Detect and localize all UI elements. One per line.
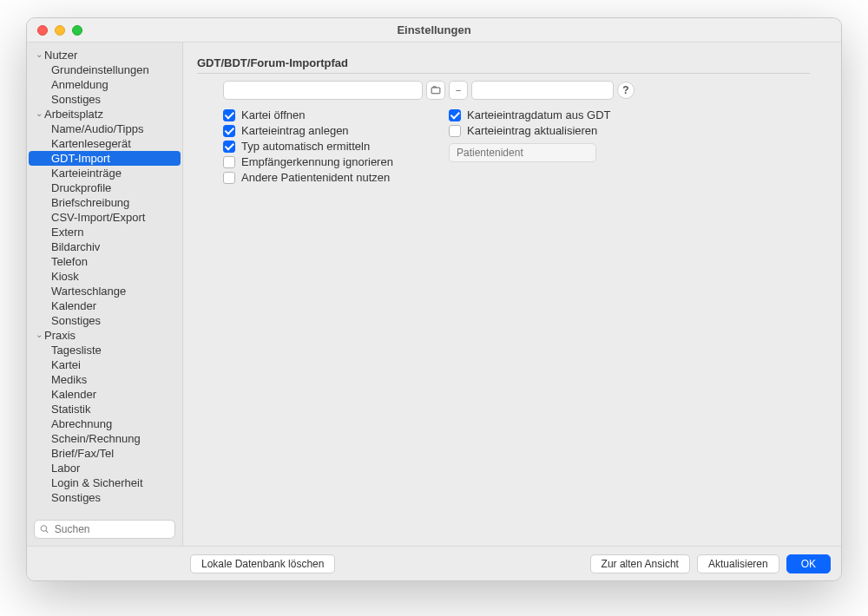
preferences-window: Einstellungen ⌄NutzerGrundeinstellungenA… <box>26 17 842 581</box>
checkbox-row: Empfängerkennung ignorieren <box>223 155 440 168</box>
checkbox-label: Karteieintragdatum aus GDT <box>467 108 610 121</box>
search-icon <box>40 524 49 534</box>
sidebar-group-label: Nutzer <box>44 49 77 62</box>
sidebar-item[interactable]: Kalender <box>27 387 182 402</box>
zoom-icon[interactable] <box>72 25 82 36</box>
checkbox[interactable] <box>223 156 235 168</box>
section-title: GDT/BDT/Forum-Importpfad <box>197 56 810 73</box>
checkbox[interactable] <box>223 109 235 121</box>
minimize-icon[interactable] <box>55 25 65 36</box>
chevron-down-icon: ⌄ <box>36 330 44 339</box>
sidebar-item[interactable]: Sonstiges <box>27 313 182 328</box>
titlebar: Einstellungen <box>27 18 841 43</box>
ok-button[interactable]: OK <box>786 554 831 573</box>
window-controls <box>27 25 82 36</box>
chevron-down-icon: ⌄ <box>36 108 44 118</box>
remove-path-button[interactable]: − <box>449 81 468 100</box>
sidebar-item[interactable]: Sonstiges <box>27 92 182 107</box>
checkbox-label: Karteieintrag anlegen <box>241 124 349 137</box>
sidebar-item[interactable]: Schein/Rechnung <box>27 431 182 446</box>
search-input[interactable] <box>34 520 175 539</box>
sidebar-group-header[interactable]: ⌄Praxis <box>27 328 182 343</box>
checkbox-row: Karteieintrag anlegen <box>223 124 440 137</box>
svg-rect-0 <box>431 88 440 94</box>
sidebar-item[interactable]: CSV-Import/Export <box>27 210 182 225</box>
checkbox[interactable] <box>449 125 461 137</box>
browse-button[interactable] <box>426 81 445 100</box>
sidebar-item[interactable]: Login & Sicherheit <box>27 475 182 490</box>
main-content: GDT/BDT/Forum-Importpfad − ? Kartei öffn… <box>183 43 841 546</box>
window-title: Einstellungen <box>27 23 841 36</box>
sidebar-item[interactable]: Kiosk <box>27 269 182 284</box>
search-field[interactable] <box>53 522 169 536</box>
sidebar: ⌄NutzerGrundeinstellungenAnmeldungSonsti… <box>27 43 183 546</box>
checkbox[interactable] <box>223 172 235 184</box>
sidebar-group-header[interactable]: ⌄Arbeitsplatz <box>27 107 182 121</box>
sidebar-item[interactable]: Anmeldung <box>27 77 182 92</box>
import-path-input[interactable] <box>223 81 423 100</box>
sidebar-item[interactable]: Karteieinträge <box>27 166 182 180</box>
checkbox[interactable] <box>223 141 235 153</box>
checkbox[interactable] <box>449 109 461 121</box>
sidebar-group-header[interactable]: ⌄Nutzer <box>27 48 182 62</box>
sidebar-item[interactable]: Kartei <box>27 357 182 372</box>
patient-ident-input <box>449 143 596 162</box>
old-view-button[interactable]: Zur alten Ansicht <box>590 554 690 573</box>
sidebar-item[interactable]: Grundeinstellungen <box>27 62 182 77</box>
import-path-row: − ? <box>197 81 810 100</box>
checkbox-label: Empfängerkennung ignorieren <box>241 155 393 168</box>
second-path-input[interactable] <box>471 81 614 100</box>
sidebar-item[interactable]: Mediks <box>27 372 182 387</box>
options-right-column: Karteieintragdatum aus GDTKarteieintrag … <box>449 108 666 184</box>
checkbox-label: Karteieintrag aktualisieren <box>467 124 597 137</box>
footer: Lokale Datenbank löschenZur alten Ansich… <box>27 546 841 580</box>
browse-icon <box>431 85 441 95</box>
checkbox-row: Kartei öffnen <box>223 108 440 121</box>
refresh-button[interactable]: Aktualisieren <box>697 554 779 573</box>
sidebar-item[interactable]: Labor <box>27 461 182 475</box>
sidebar-item[interactable]: Name/Audio/Tipps <box>27 121 182 136</box>
checkbox[interactable] <box>223 125 235 137</box>
checkbox-label: Andere Patientenident nutzen <box>241 171 390 184</box>
options-left-column: Kartei öffnenKarteieintrag anlegenTyp au… <box>223 108 440 184</box>
sidebar-item[interactable]: Brief/Fax/Tel <box>27 446 182 461</box>
sidebar-group-label: Praxis <box>44 329 76 342</box>
sidebar-tree: ⌄NutzerGrundeinstellungenAnmeldungSonsti… <box>27 43 182 513</box>
delete-local-db-button[interactable]: Lokale Datenbank löschen <box>190 554 335 573</box>
divider <box>197 73 810 74</box>
checkbox-row: Karteieintragdatum aus GDT <box>449 108 666 121</box>
sidebar-item[interactable]: Telefon <box>27 254 182 269</box>
sidebar-item[interactable]: Warteschlange <box>27 284 182 298</box>
checkbox-row: Typ automatisch ermitteln <box>223 140 440 153</box>
checkbox-label: Kartei öffnen <box>241 108 305 121</box>
sidebar-item[interactable]: Druckprofile <box>27 180 182 195</box>
help-button[interactable]: ? <box>617 82 635 99</box>
sidebar-item[interactable]: Tagesliste <box>27 343 182 357</box>
close-icon[interactable] <box>37 25 48 36</box>
sidebar-item[interactable]: Extern <box>27 225 182 239</box>
checkbox-label: Typ automatisch ermitteln <box>241 140 370 153</box>
sidebar-item[interactable]: Abrechnung <box>27 416 182 431</box>
checkbox-row: Andere Patientenident nutzen <box>223 171 440 184</box>
checkbox-row: Karteieintrag aktualisieren <box>449 124 666 137</box>
sidebar-item[interactable]: Bildarchiv <box>27 239 182 254</box>
sidebar-item[interactable]: Sonstiges <box>27 490 182 505</box>
chevron-down-icon: ⌄ <box>36 49 44 59</box>
sidebar-item[interactable]: Kartenlesegerät <box>27 136 182 151</box>
sidebar-item[interactable]: Briefschreibung <box>27 195 182 210</box>
sidebar-item[interactable]: Statistik <box>27 402 182 416</box>
sidebar-group-label: Arbeitsplatz <box>44 108 103 121</box>
sidebar-item[interactable]: Kalender <box>27 298 182 313</box>
sidebar-item[interactable]: GDT-Import <box>29 151 181 166</box>
